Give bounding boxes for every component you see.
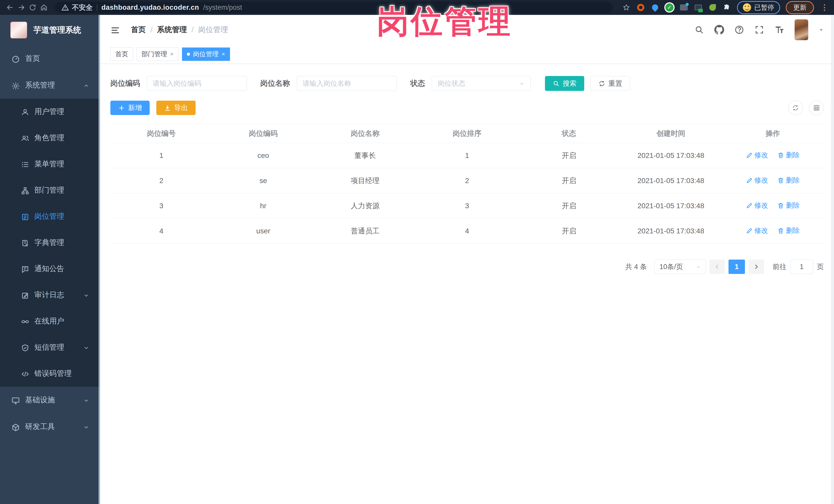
fullscreen-icon[interactable] <box>754 25 764 35</box>
close-icon[interactable]: × <box>170 51 174 58</box>
sidebar-item-label: 菜单管理 <box>35 159 64 169</box>
refresh-icon <box>792 104 799 111</box>
extension-pin-icon[interactable] <box>651 3 659 12</box>
delete-link[interactable]: 删除 <box>777 176 799 185</box>
tab-departments[interactable]: 部门管理 × <box>136 47 178 61</box>
close-icon[interactable]: × <box>222 51 225 58</box>
address-bar[interactable]: 不安全 dashboard.yudao.iocoder.cn/system/po… <box>55 2 613 13</box>
sidebar-item-users[interactable]: 用户管理 <box>0 98 100 125</box>
cell-status: 开启 <box>518 193 620 219</box>
add-button[interactable]: 新增 <box>110 101 150 115</box>
post-badge-icon <box>21 212 29 221</box>
breadcrumb-system[interactable]: 系统管理 <box>157 25 187 35</box>
filter-form: 岗位编码 岗位名称 状态 岗位状态 搜索 重置 <box>110 76 824 91</box>
gear-icon <box>11 80 20 90</box>
extension-orange-icon[interactable] <box>636 3 645 12</box>
trash-icon <box>777 152 784 159</box>
update-button[interactable]: 更新 <box>786 1 814 14</box>
goto-page-input[interactable] <box>790 260 813 274</box>
font-size-icon[interactable] <box>774 25 784 35</box>
breadcrumb-home[interactable]: 首页 <box>131 25 146 35</box>
sidebar-item-dev-tools[interactable]: 研发工具 <box>0 413 100 440</box>
pencil-icon <box>746 152 753 159</box>
next-page-button[interactable] <box>748 260 764 274</box>
refresh-table-button[interactable] <box>788 101 803 115</box>
col-post-code: 岗位编码 <box>212 124 314 143</box>
table-row: 2 se 项目经理 2 开启 2021-01-05 17:03:48 修改 删除 <box>110 168 824 193</box>
col-post-id: 岗位编号 <box>110 124 212 143</box>
cell-name: 项目经理 <box>314 168 416 193</box>
delete-link[interactable]: 删除 <box>777 201 799 210</box>
avatar-caret-down-icon[interactable] <box>818 27 824 33</box>
sidebar-item-online-users[interactable]: 在线用户 <box>0 308 100 334</box>
paused-badge[interactable]: 已暂停 <box>737 1 780 14</box>
cell-id: 3 <box>110 193 212 219</box>
sidebar-item-posts[interactable]: 岗位管理 <box>0 203 100 229</box>
edit-link[interactable]: 修改 <box>746 226 768 235</box>
page-scrollbar[interactable] <box>831 15 834 504</box>
tab-label: 首页 <box>115 50 128 58</box>
sidebar-item-menus[interactable]: 菜单管理 <box>0 151 100 177</box>
status-select[interactable]: 岗位状态 <box>432 76 531 91</box>
search-button[interactable]: 搜索 <box>545 76 584 91</box>
bookmark-star-icon[interactable] <box>622 3 631 12</box>
tree-icon <box>21 185 29 195</box>
page-size-select[interactable]: 10条/页 <box>655 260 706 274</box>
page-size-value: 10条/页 <box>659 262 683 271</box>
browser-reload-button[interactable] <box>28 3 37 12</box>
sidebar-item-dictionary[interactable]: 字典管理 <box>0 229 100 256</box>
sidebar-item-home[interactable]: 首页 <box>0 45 100 72</box>
sidebar-item-roles[interactable]: 角色管理 <box>0 125 100 151</box>
col-post-sort: 岗位排序 <box>416 124 518 143</box>
extension-keyboard-icon[interactable] <box>679 3 688 12</box>
sidebar-item-audit-log[interactable]: 审计日志 <box>0 282 100 308</box>
cell-created: 2021-01-05 17:03:48 <box>620 219 722 244</box>
tab-posts[interactable]: 岗位管理 × <box>182 47 230 61</box>
page-1-button[interactable]: 1 <box>728 260 745 274</box>
browser-home-button[interactable] <box>40 3 48 12</box>
sidebar-item-system[interactable]: 系统管理 <box>0 72 100 98</box>
cell-name: 董事长 <box>314 143 416 168</box>
sidebar-item-infrastructure[interactable]: 基础设施 <box>0 387 100 413</box>
url-path: /system/post <box>203 4 242 12</box>
edit-link[interactable]: 修改 <box>746 201 768 210</box>
extension-leaf-icon[interactable] <box>708 3 717 12</box>
search-icon <box>553 80 559 87</box>
sidebar-item-sms[interactable]: 短信管理 <box>0 334 100 360</box>
extension-database-icon[interactable] <box>694 3 703 12</box>
app-logo[interactable]: 芋道管理系统 <box>0 15 100 45</box>
edit-link[interactable]: 修改 <box>746 176 768 185</box>
column-settings-button[interactable] <box>809 101 824 115</box>
delete-link[interactable]: 删除 <box>777 226 799 235</box>
user-avatar[interactable] <box>794 19 808 40</box>
github-icon[interactable] <box>715 25 724 35</box>
extensions-puzzle-icon[interactable] <box>723 3 731 12</box>
breadcrumb: 首页 / 系统管理 / 岗位管理 <box>131 25 228 35</box>
sidebar-item-departments[interactable]: 部门管理 <box>0 177 100 203</box>
code-icon <box>21 369 29 378</box>
browser-menu-icon[interactable]: ⋮ <box>821 4 828 11</box>
sidebar-item-error-codes[interactable]: 错误码管理 <box>0 360 100 387</box>
export-button[interactable]: 导出 <box>156 101 196 115</box>
browser-back-button[interactable] <box>6 3 14 12</box>
cell-actions: 修改 删除 <box>722 143 824 168</box>
download-icon <box>164 105 171 111</box>
logo-avatar <box>10 22 27 39</box>
cell-actions: 修改 删除 <box>722 168 824 193</box>
security-chip[interactable]: 不安全 <box>62 3 93 12</box>
browser-forward-button[interactable] <box>17 3 26 12</box>
sidebar-item-notices[interactable]: 通知公告 <box>0 256 100 282</box>
post-name-input[interactable] <box>297 76 397 91</box>
chevron-right-icon <box>753 263 760 270</box>
reset-button[interactable]: 重置 <box>590 76 630 91</box>
add-button-label: 新增 <box>128 103 142 112</box>
hamburger-icon[interactable] <box>110 24 120 36</box>
search-icon[interactable] <box>694 25 704 35</box>
edit-link[interactable]: 修改 <box>746 151 768 160</box>
post-code-input[interactable] <box>147 76 247 91</box>
extension-check-icon[interactable]: ✓ <box>665 3 674 12</box>
help-icon[interactable] <box>734 25 744 35</box>
tab-home[interactable]: 首页 <box>110 47 133 61</box>
delete-link[interactable]: 删除 <box>777 151 799 160</box>
prev-page-button[interactable] <box>709 260 725 274</box>
